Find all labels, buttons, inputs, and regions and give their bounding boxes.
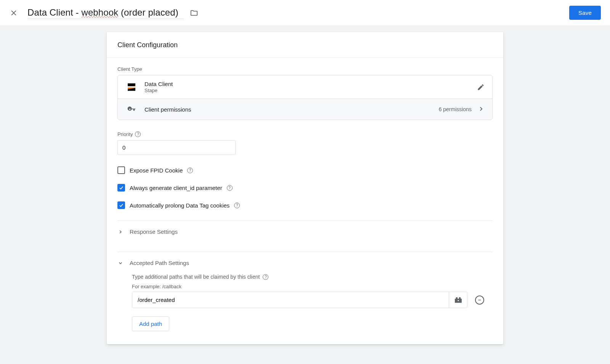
key-icon <box>125 105 138 113</box>
paths-body: Type additional paths that will be claim… <box>117 274 493 333</box>
close-button[interactable] <box>9 8 18 18</box>
svg-rect-5 <box>458 300 459 301</box>
card-body: Client Type Data Client Stape <box>107 58 503 344</box>
checkbox-label-prolong: Automatically prolong Data Tag cookies <box>130 202 230 209</box>
help-icon[interactable]: ? <box>187 168 193 173</box>
help-icon[interactable]: ? <box>263 274 268 280</box>
title-wrap: Data Client - webhook (order placed) <box>27 6 569 19</box>
minus-icon <box>477 298 482 302</box>
client-type-row: Data Client Stape <box>118 75 492 99</box>
checkbox-prolong[interactable] <box>117 201 125 209</box>
page-background: Client Configuration Client Type Data Cl… <box>0 26 610 364</box>
help-icon[interactable]: ? <box>227 185 233 191</box>
priority-label: Priority ? <box>117 131 493 137</box>
title-prefix: Data Client - <box>27 7 81 18</box>
priority-block: Priority ? <box>117 131 493 155</box>
checkbox-fpid[interactable] <box>117 166 125 174</box>
close-icon <box>10 9 18 17</box>
save-button[interactable]: Save <box>569 6 601 20</box>
help-icon[interactable]: ? <box>135 131 141 137</box>
path-settings-title: Accepted Path Settings <box>130 260 189 266</box>
lego-icon <box>454 297 462 303</box>
title-input[interactable]: Data Client - webhook (order placed) <box>27 6 184 19</box>
top-bar: Data Client - webhook (order placed) Sav… <box>0 0 610 26</box>
paths-hint-row: Type additional paths that will be claim… <box>132 274 493 280</box>
checkbox-label-clientid: Always generate client_id parameter <box>130 185 222 191</box>
path-input[interactable] <box>132 292 449 308</box>
response-settings-toggle[interactable]: Response Settings <box>117 221 493 243</box>
checkbox-group: Expose FPID Cookie ? Always generate cli… <box>117 164 493 211</box>
title-underlined: webhook <box>81 7 118 18</box>
chevron-right-icon <box>478 105 485 113</box>
path-row <box>132 292 493 308</box>
help-icon[interactable]: ? <box>234 203 240 208</box>
paths-hint: Type additional paths that will be claim… <box>132 274 260 280</box>
path-settings-toggle[interactable]: Accepted Path Settings <box>117 252 493 274</box>
response-settings-title: Response Settings <box>130 228 178 235</box>
priority-input[interactable] <box>117 140 236 155</box>
permissions-count: 6 permissions <box>439 106 472 112</box>
checkbox-row-prolong: Automatically prolong Data Tag cookies ? <box>117 199 493 211</box>
permissions-row[interactable]: Client permissions 6 permissions <box>118 99 492 120</box>
svg-rect-4 <box>459 297 461 299</box>
chevron-down-icon <box>117 260 124 266</box>
title-suffix: (order placed) <box>118 7 178 18</box>
folder-icon[interactable] <box>190 9 198 17</box>
client-name: Data Client <box>144 81 477 88</box>
checkbox-clientid[interactable] <box>117 184 125 192</box>
config-card: Client Configuration Client Type Data Cl… <box>107 32 503 344</box>
checkbox-row-clientid: Always generate client_id parameter ? <box>117 182 493 194</box>
svg-rect-3 <box>456 297 458 299</box>
client-type-box: Data Client Stape Client permissions 6 p… <box>117 75 493 120</box>
permissions-label: Client permissions <box>144 106 439 113</box>
card-title: Client Configuration <box>107 32 503 58</box>
variable-picker-button[interactable] <box>449 292 467 308</box>
add-path-button[interactable]: Add path <box>132 316 169 331</box>
path-field <box>132 292 467 308</box>
remove-path-button[interactable] <box>475 295 484 305</box>
priority-label-text: Priority <box>117 131 133 137</box>
pencil-icon[interactable] <box>477 83 485 91</box>
checkbox-label-fpid: Expose FPID Cookie <box>130 167 183 174</box>
checkbox-row-fpid: Expose FPID Cookie ? <box>117 164 493 176</box>
chevron-right-icon <box>117 229 124 235</box>
paths-example: For example: /callback <box>132 284 493 289</box>
stape-icon <box>125 81 138 93</box>
client-vendor: Stape <box>144 88 477 93</box>
client-type-label: Client Type <box>117 66 493 72</box>
